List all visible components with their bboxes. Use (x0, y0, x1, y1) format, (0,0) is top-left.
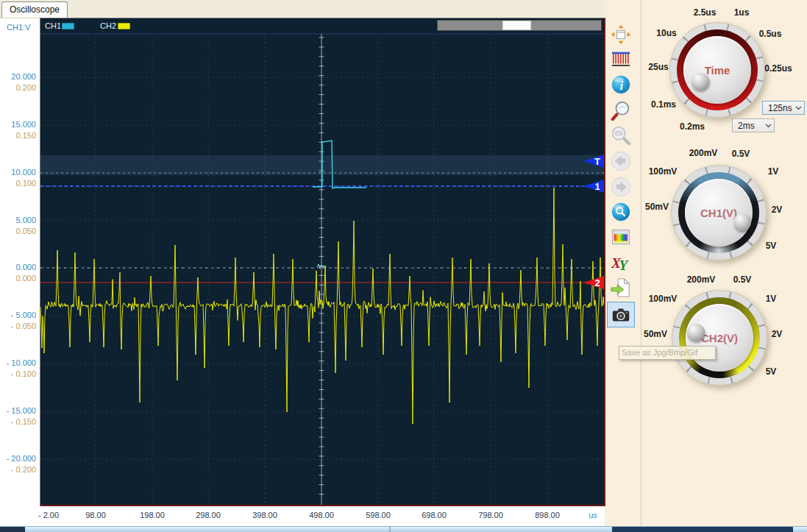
x-axis-label: 598.00 (366, 511, 391, 519)
ch2-trace (40, 188, 604, 424)
ch2-scale-label: 5V (766, 366, 777, 377)
zoom-region-icon (611, 202, 631, 222)
back-button[interactable] (608, 149, 633, 173)
chevron-down-icon (763, 124, 774, 128)
ch2-legend-label: CH2 (100, 21, 116, 30)
y-axis-label-ch2: 0.200 (15, 83, 36, 92)
taskbar-segment (0, 527, 25, 532)
y-axis-label-ch2: 0.150 (15, 131, 36, 140)
taskbar-divider (389, 527, 391, 532)
zoom-in-icon (611, 100, 631, 121)
ch2-scale-label: 2V (772, 329, 783, 339)
tab-strip: Oscilloscope (0, 0, 605, 18)
y-axis-label-ch2: - 0.200 (11, 465, 36, 474)
ch2-color-swatch (118, 23, 130, 29)
time-scale-label: 0.25us (764, 63, 792, 74)
plot-scrollbar[interactable] (437, 20, 602, 31)
y-axis-label-ch1: 20.000 (11, 72, 36, 81)
waveform-canvas: T12 (40, 18, 604, 505)
sample-time-value: 125ns (763, 103, 793, 113)
ch1-color-swatch (62, 23, 74, 29)
plot-scrollbar-thumb[interactable] (502, 21, 531, 30)
xy-mode-button[interactable]: X Y (608, 250, 633, 274)
time-knob-indicator (692, 73, 709, 91)
taskbar-strip (0, 526, 807, 532)
zoom-in-button[interactable] (608, 98, 633, 122)
y-axis-label-ch1: - 10.000 (7, 358, 36, 367)
timebase-value: 2ms (733, 121, 763, 131)
x-axis-label: 898.00 (535, 511, 560, 519)
ch2-knob-indicator (687, 324, 705, 341)
info-button[interactable]: i (608, 72, 633, 96)
x-axis-unit-label: us (589, 511, 597, 519)
y-axis-label-ch1: - 20.000 (7, 454, 36, 463)
y-axis-label-ch1: 5.000 (15, 216, 36, 224)
ch1-knob-face: CH1(V) (685, 179, 753, 247)
y-axis-area: 20.0000.20015.0000.15010.0000.1005.0000.… (0, 18, 40, 505)
time-knob-label: Time (683, 64, 751, 77)
save-image-button[interactable] (607, 302, 635, 327)
sample-time-dropdown[interactable]: 125ns (762, 101, 805, 115)
ch2-scale-label: 200mV (687, 274, 716, 285)
tab-oscilloscope[interactable]: Oscilloscope (1, 1, 68, 18)
x-axis-area: - 2.0098.00198.00298.00398.00498.00598.0… (0, 506, 605, 525)
y-axis-label-ch2: - 0.050 (11, 322, 36, 330)
forward-button[interactable] (608, 174, 633, 199)
time-scale-label: 2.5us (694, 7, 717, 18)
x-axis-label: 98.00 (85, 511, 106, 519)
y-axis-label-ch2: 0.100 (15, 179, 36, 188)
zoom-region-button[interactable] (608, 199, 633, 224)
ch2-volts-knob[interactable]: CH2(V) (672, 290, 767, 386)
time-knob-face: Time (683, 36, 751, 104)
svg-text:1: 1 (594, 181, 600, 192)
ch1-unit-label: CH1:V (7, 23, 30, 32)
x-axis-label: 298.00 (196, 511, 221, 519)
y-axis-label-ch2: 0.050 (15, 227, 36, 235)
ch1-scale-label: 0.5V (732, 149, 750, 159)
ch2-scale-label: 0.5V (733, 274, 752, 285)
ch1-zero-marker[interactable]: 1 (583, 180, 604, 193)
panel-divider (641, 0, 641, 526)
ch1-scale-label: 5V (766, 241, 777, 251)
export-file-icon (611, 277, 631, 298)
time-knob[interactable]: Time (669, 22, 765, 118)
forward-arrow-icon (611, 177, 631, 197)
y-axis-label-ch1: 15.000 (11, 120, 36, 129)
pan-button[interactable] (608, 22, 633, 46)
zoom-out-button[interactable] (608, 123, 633, 147)
svg-text:2: 2 (594, 277, 600, 288)
plot-area: T12 CH1 CH2 (40, 18, 605, 506)
zoom-out-icon (611, 125, 631, 146)
samples-button[interactable] (608, 47, 633, 71)
svg-text:Y: Y (619, 258, 629, 273)
ch2-scale-label: 100mV (649, 294, 678, 304)
x-axis-label: 698.00 (422, 511, 447, 519)
ch1-legend-label: CH1 (45, 21, 61, 30)
info-icon: i (611, 74, 631, 95)
xy-mode-icon: X Y (611, 252, 631, 273)
y-axis-label-ch2: - 0.150 (11, 417, 36, 426)
ch1-volts-knob[interactable]: CH1(V) (671, 165, 767, 260)
x-axis-label: 398.00 (252, 511, 277, 519)
x-axis-label: 198.00 (140, 511, 165, 519)
save-image-tooltip: Save as Jpg/Bmp/Gif (619, 346, 716, 360)
time-scale-label: 0.2ms (680, 121, 705, 132)
colors-button[interactable] (608, 224, 633, 249)
ch1-scale-label: 50mV (645, 202, 669, 212)
samples-icon (611, 49, 631, 70)
y-axis-label-ch1: - 5.000 (11, 311, 36, 319)
chevron-down-icon (793, 106, 804, 110)
pan-icon (611, 24, 631, 45)
time-scale-label: 0.5us (759, 29, 782, 39)
taskbar-segment (612, 527, 793, 532)
y-axis-label-ch2: - 0.100 (11, 369, 36, 378)
ch1-scale-label: 1V (768, 166, 779, 177)
time-scale-label: 10us (656, 28, 676, 38)
x-axis-label: 798.00 (478, 511, 503, 519)
camera-icon (611, 305, 631, 325)
timebase-dropdown[interactable]: 2ms (732, 118, 775, 132)
x-axis-label: - 2.00 (38, 511, 59, 519)
time-scale-label: 1us (734, 7, 750, 18)
x-axis-label: 498.00 (309, 511, 334, 519)
export-button[interactable] (608, 275, 633, 299)
